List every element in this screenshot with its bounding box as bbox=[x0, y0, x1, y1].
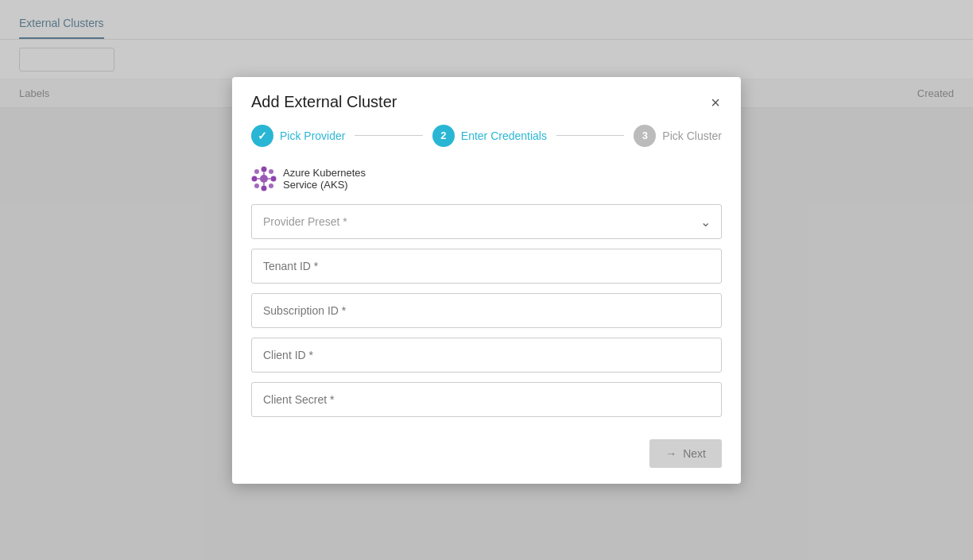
client-id-field bbox=[251, 338, 722, 373]
svg-point-2 bbox=[262, 185, 267, 191]
step-connector-2 bbox=[556, 135, 624, 136]
add-external-cluster-modal: Add External Cluster × ✓ Pick Provider 2… bbox=[232, 77, 741, 484]
close-button[interactable]: × bbox=[709, 93, 722, 112]
step-1-circle: ✓ bbox=[251, 125, 273, 147]
tenant-id-field bbox=[251, 249, 722, 284]
svg-point-1 bbox=[262, 166, 267, 172]
subscription-id-field bbox=[251, 293, 722, 328]
step-3-circle: 3 bbox=[634, 125, 656, 147]
tenant-id-input[interactable] bbox=[251, 249, 722, 284]
step-connector-1 bbox=[355, 135, 422, 136]
svg-point-8 bbox=[269, 183, 273, 188]
provider-preset-select[interactable]: Provider Preset * bbox=[251, 204, 722, 239]
svg-point-3 bbox=[252, 176, 258, 181]
svg-point-6 bbox=[269, 169, 273, 174]
step-1-label: Pick Provider bbox=[280, 129, 345, 142]
next-arrow-icon: → bbox=[665, 447, 676, 460]
step-2-circle: 2 bbox=[432, 125, 455, 147]
stepper: ✓ Pick Provider 2 Enter Credentials 3 Pi… bbox=[232, 125, 741, 160]
modal-form: Provider Preset * ⌄ bbox=[232, 204, 741, 430]
step-1: ✓ Pick Provider bbox=[251, 125, 345, 147]
modal-footer: → Next bbox=[232, 430, 741, 484]
step-2-number: 2 bbox=[440, 129, 446, 141]
provider-preset-field: Provider Preset * ⌄ bbox=[251, 204, 722, 239]
modal-title: Add External Cluster bbox=[251, 93, 397, 111]
check-icon: ✓ bbox=[258, 129, 267, 142]
provider-name: Azure KubernetesService (AKS) bbox=[283, 167, 366, 191]
aks-icon bbox=[251, 166, 277, 191]
step-2-label: Enter Credentials bbox=[461, 129, 547, 142]
aks-logo bbox=[251, 166, 277, 191]
modal-overlay: Add External Cluster × ✓ Pick Provider 2… bbox=[0, 0, 973, 560]
client-secret-field bbox=[251, 382, 722, 417]
modal-header: Add External Cluster × bbox=[232, 77, 741, 125]
next-label: Next bbox=[683, 447, 706, 460]
provider-badge: Azure KubernetesService (AKS) bbox=[232, 160, 741, 204]
svg-point-0 bbox=[260, 175, 268, 183]
svg-point-7 bbox=[254, 183, 259, 188]
svg-point-5 bbox=[254, 169, 259, 174]
subscription-id-input[interactable] bbox=[251, 293, 722, 328]
svg-point-4 bbox=[271, 176, 277, 181]
client-secret-input[interactable] bbox=[251, 382, 722, 417]
step-3-number: 3 bbox=[642, 129, 648, 141]
step-3-label: Pick Cluster bbox=[662, 129, 722, 142]
step-3: 3 Pick Cluster bbox=[634, 125, 722, 147]
step-2: 2 Enter Credentials bbox=[432, 125, 547, 147]
client-id-input[interactable] bbox=[251, 338, 722, 373]
next-button[interactable]: → Next bbox=[649, 439, 722, 468]
